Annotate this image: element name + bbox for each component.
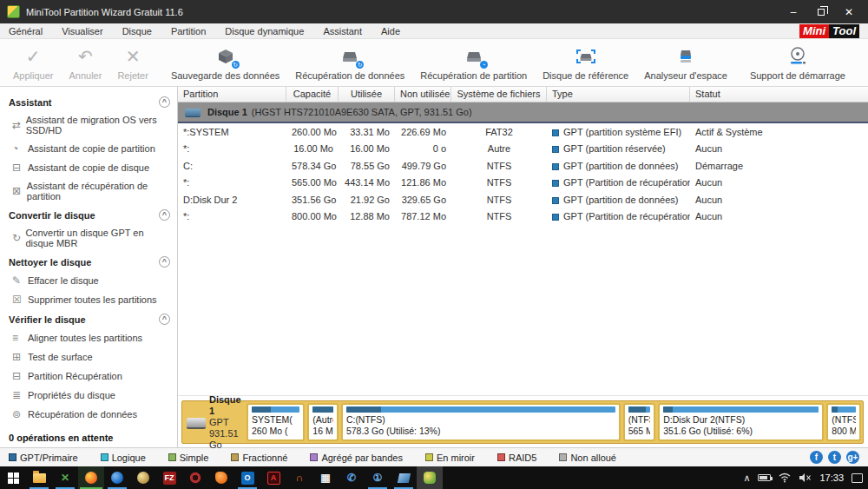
taskbar-one-app[interactable]: ①: [365, 466, 391, 489]
disk-benchmark-button[interactable]: Disque de référence: [535, 39, 636, 86]
taskbar-blue-3d-app[interactable]: [391, 466, 417, 489]
menu-partition[interactable]: Partition: [171, 26, 206, 36]
section-assistant[interactable]: Assistant ^: [0, 92, 177, 111]
partition-block-recovery1[interactable]: (NTFS) 565 Mo (: [623, 403, 656, 441]
header-type[interactable]: Type: [547, 87, 690, 102]
menu-aide[interactable]: Aide: [381, 26, 400, 36]
taskbar-gold-app[interactable]: [130, 466, 156, 489]
undo-button[interactable]: ↶ Annuler: [61, 39, 109, 86]
partition-table: Partition Capacité Utilisée Non utilisée…: [178, 87, 868, 395]
taskbar-filezilla[interactable]: FZ: [156, 466, 182, 489]
taskbar-green-x-app[interactable]: ✕: [52, 466, 78, 489]
disk1-label[interactable]: Disque 1 GPT 931.51 Go: [184, 403, 247, 441]
sidebar-item-convert-gpt-mbr[interactable]: ↻Convertir un disque GPT en disque MBR: [0, 224, 177, 252]
legend-swatch: [497, 453, 505, 461]
sidebar-item-copy-partition[interactable]: ◔Assistant de copie de partition: [0, 139, 177, 158]
sidebar-item-align-partitions[interactable]: ≡Aligner toutes les partitions: [0, 328, 177, 347]
collapse-icon[interactable]: ^: [159, 314, 170, 325]
green-x-icon: ✕: [61, 472, 69, 483]
taskbar-mail-app[interactable]: [104, 466, 130, 489]
sidebar-item-disk-properties[interactable]: ≣Propriétés du disque: [0, 386, 177, 405]
menu-visualiser[interactable]: Visualiser: [62, 26, 103, 36]
taskbar-acrobat[interactable]: A: [260, 466, 286, 489]
menu-assistant[interactable]: Assistant: [323, 26, 362, 36]
volume-muted-icon[interactable]: [799, 472, 812, 483]
data-recovery-button[interactable]: ↻ Récupération de données: [287, 39, 412, 86]
disk1-map[interactable]: Disque 1 GPT 931.51 Go SYSTEM( 260 Mo ( …: [181, 400, 864, 444]
sidebar-item-delete-all-partitions[interactable]: ☒Supprimer toutes les partitions: [0, 290, 177, 309]
taskbar-arc-app[interactable]: ∩: [286, 466, 312, 489]
section-check-disk[interactable]: Vérifier le disque ^: [0, 309, 177, 328]
start-button[interactable]: [0, 466, 26, 489]
sidebar-item-wipe-disk[interactable]: ✎Effacer le disque: [0, 271, 177, 290]
twitter-icon[interactable]: t: [828, 451, 841, 464]
partition-block-reserved[interactable]: (Autre) 16 Mo: [307, 403, 339, 441]
sidebar-item-data-recovery[interactable]: ⊚Récupération de données: [0, 405, 177, 424]
legend-swatch: [9, 453, 16, 461]
backup-button[interactable]: ↻ Sauvegarde des données: [163, 39, 287, 86]
disk-group-row[interactable]: Disque 1 (HGST HTS721010A9E630 SATA, GPT…: [178, 102, 868, 123]
taskbar-outlook[interactable]: O: [234, 466, 260, 489]
taskbar-calculator[interactable]: ▦: [312, 466, 339, 489]
restore-button[interactable]: [809, 3, 833, 22]
table-row[interactable]: C: 578.34 Go 78.55 Go 499.79 Go NTFS GPT…: [178, 157, 868, 175]
sidebar-item-copy-disk[interactable]: ⊟Assistant de copie de disque: [0, 158, 177, 177]
partition-block-d[interactable]: D:Disk Dur 2(NTFS) 351.6 Go (Utilisé: 6%…: [658, 403, 824, 441]
sidebar-item-surface-test[interactable]: ⊞Test de surface: [0, 347, 177, 367]
partition-block-c[interactable]: C:(NTFS) 578.3 Go (Utilisé: 13%): [341, 403, 621, 441]
battery-icon[interactable]: [758, 474, 771, 481]
section-clean-disk[interactable]: Nettoyer le disque ^: [0, 252, 177, 271]
action-center-icon[interactable]: [852, 473, 863, 483]
menu-disque-dynamique[interactable]: Disque dynamique: [225, 26, 304, 36]
boot-media-button[interactable]: Support de démarrage: [742, 39, 853, 86]
space-analyzer-button[interactable]: Analyseur d'espace: [636, 39, 735, 86]
minitool-icon: [424, 472, 436, 484]
table-row[interactable]: D:Disk Dur 2 351.56 Go 21.92 Go 329.65 G…: [178, 191, 868, 208]
disk-map-panel: Disque 1 GPT 931.51 Go SYSTEM( 260 Mo ( …: [178, 395, 868, 447]
taskbar-minitool[interactable]: [417, 466, 443, 489]
taskbar-phone-app[interactable]: ✆: [339, 466, 365, 489]
discard-button[interactable]: ✕ Rejeter: [109, 39, 155, 86]
table-row[interactable]: *: 565.00 Mo 443.14 Mo 121.86 Mo NTFS GP…: [178, 175, 868, 192]
menu-disque[interactable]: Disque: [122, 26, 152, 36]
manual-button[interactable]: ? Manuel: [860, 39, 868, 86]
apply-button[interactable]: ✓ Appliquer: [5, 39, 61, 86]
taskbar-avast[interactable]: [208, 466, 234, 489]
header-capacity[interactable]: Capacité: [286, 87, 339, 102]
wifi-icon[interactable]: [779, 472, 791, 483]
table-row[interactable]: *: 16.00 Mo 16.00 Mo 0 o Autre GPT (part…: [178, 141, 868, 158]
menu-general[interactable]: Général: [9, 26, 43, 36]
header-filesystem[interactable]: Système de fichiers: [451, 87, 547, 102]
header-status[interactable]: Statut: [690, 87, 868, 102]
collapse-icon[interactable]: ^: [159, 96, 170, 108]
table-row[interactable]: *:SYSTEM 260.00 Mo 33.31 Mo 226.69 Mo FA…: [178, 123, 868, 141]
taskbar-file-explorer[interactable]: [26, 466, 52, 489]
taskbar-firefox[interactable]: [78, 466, 104, 489]
cell-status: Aucun: [690, 211, 868, 221]
header-unused[interactable]: Non utilisée: [395, 87, 451, 102]
partition-block-recovery2[interactable]: (NTFS) 800 Mo (: [826, 403, 861, 441]
collapse-icon[interactable]: ^: [159, 209, 170, 221]
usage-bar: [663, 406, 819, 413]
header-used[interactable]: Utilisée: [339, 87, 395, 102]
facebook-icon[interactable]: f: [810, 451, 823, 464]
table-row[interactable]: *: 800.00 Mo 12.88 Mo 787.12 Mo NTFS GPT…: [178, 208, 868, 226]
sidebar-item-partition-recovery-wizard[interactable]: ⊠Assistant de récupération de partition: [0, 177, 177, 205]
tray-chevron-icon[interactable]: ∧: [743, 472, 750, 484]
minimize-button[interactable]: –: [781, 3, 806, 22]
partition-block-system[interactable]: SYSTEM( 260 Mo (: [247, 403, 305, 441]
cell-filesystem: Autre: [451, 143, 547, 154]
sidebar-item-partition-recovery[interactable]: ⊟Partition Récupération: [0, 367, 177, 386]
section-convert-disk[interactable]: Convertir le disque ^: [0, 205, 177, 224]
cell-partition: *:: [178, 177, 286, 188]
header-partition[interactable]: Partition: [178, 87, 286, 102]
clock[interactable]: 17:33: [819, 472, 844, 483]
sidebar-item-migrate-os[interactable]: ⇄Assistant de migration OS vers SSD/HD: [0, 111, 177, 139]
restore-icon: [818, 9, 825, 16]
close-button[interactable]: ✕: [837, 3, 861, 22]
taskbar-red-circle-app[interactable]: [182, 466, 208, 489]
googleplus-icon[interactable]: g+: [846, 451, 859, 464]
legend-simple: Simple: [168, 453, 209, 463]
partition-recovery-button[interactable]: ◔ Récupération de partition: [412, 39, 535, 86]
collapse-icon[interactable]: ^: [159, 256, 170, 268]
